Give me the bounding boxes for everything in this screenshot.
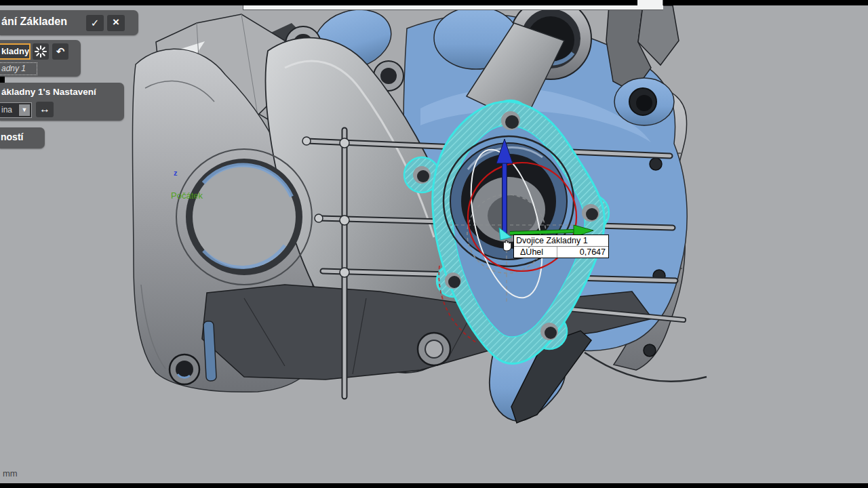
unit-indicator: mm	[3, 468, 18, 479]
burst-icon	[33, 43, 49, 60]
undo-button[interactable]: ↶	[52, 43, 68, 60]
letterbox-top	[0, 0, 868, 5]
mate-tooltip: Dvojice Základny 1 ΔÚhel 0,7647	[513, 235, 609, 258]
close-icon: ×	[113, 16, 119, 28]
selection-group: kladny ↶ adny 1	[0, 40, 81, 77]
z-axis-label: z	[174, 169, 178, 177]
settings-group: ákladny 1's Nastavení ina ▼ ↔	[0, 83, 124, 121]
tooltip-param-value: 0,7647	[557, 247, 608, 258]
undo-arrow-icon: ↶	[56, 45, 65, 57]
property-manager-header: ání Základen ✓ ×	[0, 10, 138, 35]
cropped-window-edge	[243, 5, 663, 10]
panel-title: ání Základen	[1, 16, 67, 28]
hand-cursor	[499, 236, 514, 255]
cropped-window-corner	[637, 0, 663, 5]
blue-lug-boss[interactable]	[614, 78, 674, 125]
section-label: ností	[1, 131, 23, 142]
tooltip-title: Dvojice Základny 1	[514, 235, 608, 247]
tooltip-row: ΔÚhel 0,7647	[514, 247, 608, 258]
flip-alignment-button[interactable]: ↔	[36, 102, 54, 117]
application-window: ání Základen ✓ × kladny ↶ adny 1 ákladny	[0, 0, 868, 488]
tooltip-param-label: ΔÚhel	[514, 247, 557, 258]
ok-button[interactable]: ✓	[86, 15, 104, 31]
settings-title: ákladny 1's Nastavení	[1, 87, 96, 97]
selected-mate-item[interactable]: adny 1	[0, 62, 37, 75]
dropdown-value: ina	[1, 105, 12, 115]
collapsed-section[interactable]: ností	[0, 127, 45, 148]
origin-label: Počátek	[171, 190, 203, 201]
alignment-dropdown[interactable]: ina ▼	[0, 102, 32, 118]
flip-arrows-icon: ↔	[39, 103, 50, 115]
cancel-button[interactable]: ×	[107, 15, 125, 31]
model-viewport[interactable]	[0, 0, 868, 488]
burst-icon-button[interactable]	[33, 43, 49, 60]
letterbox-bottom	[0, 483, 868, 488]
chevron-down-icon[interactable]: ▼	[18, 104, 31, 117]
check-icon: ✓	[91, 17, 100, 28]
mate-selection-field[interactable]: kladny	[0, 43, 31, 60]
